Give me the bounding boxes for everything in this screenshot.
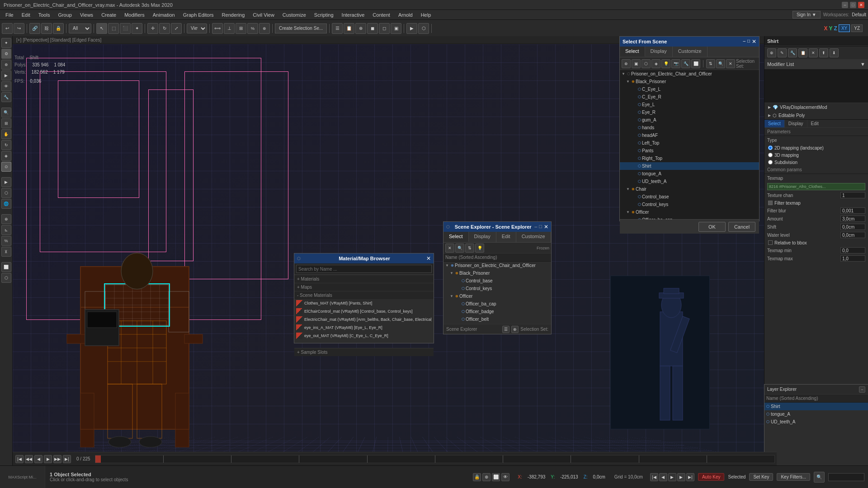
panel-tab-display[interactable]: Display (785, 120, 807, 127)
texture-chan-input[interactable] (840, 192, 865, 198)
sb-anim-prev[interactable]: ◀ (659, 473, 667, 481)
modifier-editable-poly[interactable]: ▶ ⬡ Editable Poly (764, 111, 868, 119)
se-tree-root[interactable]: ▼ ⊕ Prisoner_on_Electric_Chair_and_Offic… (443, 262, 551, 269)
mat-item-eye-ins[interactable]: eye_ins_A_MAT (VRayMtl) [Eye_L, Eye_R] (294, 324, 434, 332)
mat-item-eye-out[interactable]: eye_out_MAT (VRayMtl) [C_Eye_L, C_Eye_R] (294, 332, 434, 340)
lt-zoomall-btn[interactable]: ⊞ (1, 118, 11, 128)
mat-materials-header[interactable]: + Materials (294, 275, 434, 283)
menu-arnold[interactable]: Arnold (395, 11, 416, 19)
sfs-tb-sort[interactable]: ⇅ (706, 59, 715, 68)
sfs-tb-filter[interactable]: 🔍 (716, 59, 725, 68)
rendering3-btn[interactable]: ▣ (391, 23, 401, 34)
lt-zoom-btn[interactable]: 🔍 (1, 108, 11, 117)
water-level-input[interactable] (840, 232, 865, 238)
snap-2d-btn[interactable]: % (247, 23, 258, 34)
rendering1-btn[interactable]: ◼ (367, 23, 378, 34)
axis-xy-btn[interactable]: XY (839, 24, 850, 32)
rendering2-btn[interactable]: ◻ (379, 23, 390, 34)
se-tb-close[interactable]: ✕ (445, 244, 454, 253)
modifier-vray-displacement[interactable]: ▶ 💎 VRayDisplacementMod (764, 103, 868, 111)
sfs-tb-2[interactable]: ▣ (632, 59, 641, 68)
mod-icon-5[interactable]: ✕ (809, 48, 818, 57)
se-tree-black-prisoner[interactable]: ▼ ⊕ Black_Prisoner (443, 269, 551, 277)
mod-icon-4[interactable]: 📋 (798, 48, 807, 57)
sfs-tb-3[interactable]: ⬡ (642, 59, 651, 68)
tree-hands[interactable]: ⬡ hands (620, 124, 759, 131)
link-button[interactable]: 🔗 (29, 23, 40, 34)
tree-officer-ba-cap[interactable]: ⬡ Officer_ba_cap (620, 216, 759, 219)
mat-close-btn[interactable]: ✕ (426, 255, 431, 262)
mod-icon-2[interactable]: ✎ (778, 48, 787, 57)
mat-search-input[interactable] (296, 265, 432, 273)
menu-tools[interactable]: Tools (35, 11, 54, 19)
menu-content[interactable]: Content (369, 11, 394, 19)
menu-views[interactable]: Views (76, 11, 97, 19)
menu-customize[interactable]: Customize (279, 11, 310, 19)
sfs-tb-1[interactable]: ⊕ (622, 59, 631, 68)
mat-item-clothes[interactable]: Clothes_MAT (VRayMtl) [Pants, Shirt] (294, 299, 434, 307)
sfs-tab-select[interactable]: Select (620, 47, 645, 57)
tree-control-base[interactable]: ⬡ Control_base (620, 193, 759, 201)
mat-item-elchair-control[interactable]: ElChairControl_mat (VRayMtl) [Control_ba… (294, 307, 434, 315)
sfs-cancel-btn[interactable]: Cancel (728, 222, 755, 232)
tree-ud-teeth-a[interactable]: ⬡ UD_teeth_A (620, 178, 759, 185)
tree-headaf[interactable]: ⬡ headAF (620, 131, 759, 139)
timeline-playhead[interactable] (95, 455, 101, 463)
align-btn[interactable]: ⊥ (224, 23, 235, 34)
lt-hierarchy-btn[interactable]: ⊕ (1, 60, 11, 70)
render-frame-btn[interactable]: ▶ (406, 23, 417, 34)
create-selection-button[interactable]: Create Selection Se... (275, 23, 327, 33)
texmap-max-input[interactable] (840, 255, 865, 262)
se-tab-customize[interactable]: Customize (516, 232, 551, 242)
named-sel-btn[interactable]: ☰ (332, 23, 343, 34)
tree-control-keys[interactable]: ⬡ Control_keys (620, 201, 759, 208)
sb-lock-btn[interactable]: 🔒 (473, 473, 481, 481)
filter-dropdown[interactable]: All (69, 23, 91, 33)
lt-material-btn[interactable]: ⬡ (1, 273, 11, 283)
tree-root[interactable]: ▼ ⬡ Prisoner_on_Electric_Chair_and_Offic… (620, 70, 759, 78)
tree-pants[interactable]: ⬡ Pants (620, 147, 759, 155)
snap-3d-btn[interactable]: ⊕ (259, 23, 270, 34)
layer-btn[interactable]: 📋 (344, 23, 354, 34)
se-minimize-btn[interactable]: – (534, 224, 537, 230)
lt-modify-btn[interactable]: ⚙ (1, 49, 11, 59)
texmap-button[interactable]: 8216 #Prisoner_Afro_Clothes... (767, 183, 865, 190)
sb-search-input[interactable] (828, 473, 864, 481)
menu-civil-view[interactable]: Civil View (249, 11, 278, 19)
mat-scene-materials-header[interactable]: - Scene Materials (294, 291, 434, 299)
redo-button[interactable]: ↪ (14, 23, 24, 34)
lt-percent-snap-btn[interactable]: % (1, 236, 11, 246)
lt-motion-btn[interactable]: ▶ (1, 70, 11, 80)
sfs-tb-4[interactable]: ◈ (651, 59, 660, 68)
minimize-button[interactable]: – (842, 2, 848, 8)
se-sel-set-btn[interactable]: ⊕ (511, 326, 519, 333)
mod-icon-3[interactable]: 🔧 (788, 48, 797, 57)
menu-animation[interactable]: Animation (149, 11, 179, 19)
anim-prev-btn[interactable]: ◀ (34, 455, 42, 463)
bind-button[interactable]: 🔒 (53, 23, 64, 34)
view-dropdown[interactable]: View (187, 23, 207, 33)
tree-gum-a[interactable]: ⬡ gum_A (620, 116, 759, 124)
select-btn[interactable]: ↖ (96, 23, 107, 34)
sfs-tree[interactable]: ▼ ⬡ Prisoner_on_Electric_Chair_and_Offic… (620, 70, 759, 219)
lt-environment-btn[interactable]: 🌐 (1, 199, 11, 209)
menu-file[interactable]: File (2, 11, 17, 19)
mod-icon-6[interactable]: ⬆ (819, 48, 828, 57)
lt-create-btn[interactable]: ✦ (1, 38, 11, 48)
se-list-btn[interactable]: ☰ (502, 326, 509, 333)
lt-render2-btn[interactable]: ⬡ (1, 188, 11, 198)
sfs-tb-7[interactable]: 🔧 (681, 59, 690, 68)
amount-input[interactable] (840, 216, 865, 222)
timeline-bar[interactable] (95, 455, 775, 463)
mod-list-dropdown[interactable]: ▼ (860, 61, 865, 67)
menu-create[interactable]: Create (98, 11, 120, 19)
se-tab-select[interactable]: Select (443, 232, 469, 242)
sb-anim-next[interactable]: ▶ (677, 473, 685, 481)
anim-play-btn[interactable]: ▶ (44, 455, 52, 463)
lt-schematic-btn[interactable]: ⬜ (1, 262, 11, 272)
unlink-button[interactable]: ⛓ (41, 23, 52, 34)
mod-icon-7[interactable]: ⬇ (830, 48, 839, 57)
panel-tab-select[interactable]: Select (764, 120, 785, 127)
maximize-button[interactable]: □ (850, 2, 856, 8)
object-name-input[interactable] (764, 36, 868, 46)
